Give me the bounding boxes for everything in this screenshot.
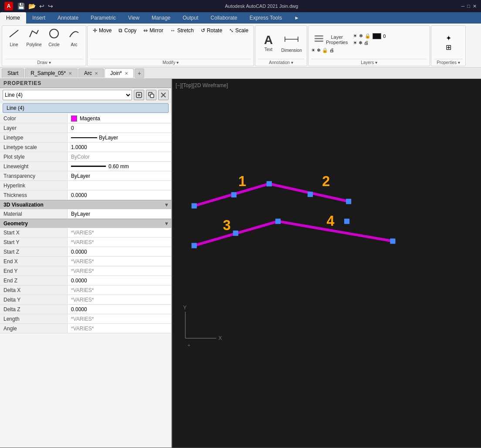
layer-value: 0 [71, 125, 74, 131]
tab-more[interactable]: ► [288, 12, 305, 24]
tab-insert[interactable]: Insert [26, 12, 51, 24]
endy-value: *VARIES* [71, 268, 94, 274]
dimension-label: Dimension [281, 48, 301, 53]
tab-arc[interactable]: Arc ✕ [78, 68, 104, 78]
title-bar: A 💾 📂 ↩ ↪ Autodesk AutoCAD 2021 Join.dwg… [0, 0, 481, 12]
handle-4a[interactable] [344, 219, 349, 224]
annotation-4: 4 [327, 213, 335, 229]
prop-row-linetype: Linetype ByLayer [0, 133, 171, 143]
stretch-icon: ↔ [170, 27, 176, 34]
handle-3c[interactable] [275, 219, 281, 224]
handle-3a[interactable] [192, 243, 197, 248]
layers-group-title: Layers ▾ [311, 59, 427, 65]
tab-output[interactable]: Output [176, 12, 204, 24]
rotate-button[interactable]: ↺ Rotate [198, 27, 225, 34]
redo-btn[interactable]: ↪ [48, 3, 53, 10]
select-objects-btn[interactable] [146, 90, 156, 100]
arc-button[interactable]: Arc [65, 27, 83, 48]
deselect-btn[interactable] [158, 90, 169, 100]
layer-color-box[interactable] [373, 33, 381, 39]
handle-2a[interactable] [346, 199, 351, 204]
tab-annotate[interactable]: Annotate [51, 12, 85, 24]
handle-1a[interactable] [192, 203, 197, 208]
quick-save[interactable]: 💾 [17, 3, 25, 10]
lineweight-value: 0.60 mm [108, 163, 129, 170]
match-props-icon[interactable]: ✦ [446, 34, 451, 42]
color-swatch [71, 115, 77, 122]
prop-row-deltaz: Delta Z 0.0000 [0, 305, 171, 314]
prop-row-endz: End Z 0.0000 [0, 276, 171, 285]
close-btn[interactable]: ✕ [473, 3, 477, 9]
arc-icon [68, 27, 80, 41]
tab-express-tools[interactable]: Express Tools [244, 12, 288, 24]
tab-start[interactable]: Start [2, 68, 24, 78]
tab-add-button[interactable]: + [135, 68, 144, 78]
ribbon-tabs: Home Insert Annotate Parametric View Man… [0, 12, 481, 24]
circle-button[interactable]: Circle [45, 27, 63, 48]
dropdown-selected-item[interactable]: Line (4) [3, 103, 169, 113]
polyline-label: Polyline [26, 42, 41, 47]
handle-2b[interactable] [308, 192, 313, 197]
tab-collaborate[interactable]: Collaborate [204, 12, 243, 24]
tab-parametric[interactable]: Parametric [85, 12, 122, 24]
tab-rsample-label: R_Sample_05* [30, 70, 66, 76]
geometry-toggle[interactable]: ▾ [165, 221, 168, 227]
layer-properties-icon [314, 34, 324, 45]
scale-icon: ⤡ [229, 27, 234, 34]
svg-rect-5 [315, 35, 323, 37]
move-button[interactable]: ✛ Move [90, 27, 114, 34]
scale-button[interactable]: ⤡ Scale [227, 27, 251, 34]
prop-icon-2[interactable]: ⊞ [446, 43, 451, 51]
tab-manage[interactable]: Manage [146, 12, 176, 24]
copy-icon: ⧉ [119, 27, 122, 34]
tab-view[interactable]: View [122, 12, 146, 24]
undo-btn[interactable]: ↩ [39, 3, 44, 10]
handle-3b[interactable] [233, 231, 238, 236]
handle-1c[interactable] [267, 181, 272, 187]
copy-button[interactable]: ⧉ Copy [116, 27, 139, 34]
prop-row-thickness: Thickness 0.0000 [0, 190, 171, 200]
text-label: Text [264, 47, 272, 52]
linetype-preview [71, 137, 97, 138]
minimize-btn[interactable]: ─ [461, 3, 465, 9]
tab-join-close[interactable]: ✕ [125, 71, 128, 76]
line-button[interactable]: Line [5, 27, 23, 48]
annotation-group: A Text Dimension Annotation ▾ [255, 25, 307, 66]
tab-home[interactable]: Home [0, 12, 26, 24]
deltaz-value: 0.0000 [71, 306, 87, 312]
polyline-button[interactable]: Polyline [25, 27, 43, 48]
quick-open[interactable]: 📂 [28, 3, 36, 10]
prop-row-lineweight: Lineweight 0.60 mm [0, 162, 171, 171]
text-button[interactable]: A Text [259, 33, 278, 53]
drawing-canvas[interactable]: 1 2 3 4 Y X + [172, 79, 481, 448]
dimension-button[interactable]: Dimension [280, 32, 303, 54]
tab-rsample-close[interactable]: ✕ [68, 71, 72, 76]
tab-join[interactable]: Join* ✕ [105, 68, 134, 78]
maximize-btn[interactable]: □ [467, 3, 470, 9]
starty-value: *VARIES* [71, 239, 94, 245]
properties-ribbon-group: ✦ ⊞ Properties ▾ [431, 25, 466, 66]
layer-lock-icon: 🔒 [365, 33, 371, 39]
angle-value: *VARIES* [71, 326, 94, 332]
annotation-1: 1 [238, 173, 246, 189]
handle-1b[interactable] [231, 192, 237, 197]
layer-properties-button[interactable]: LayerProperties [311, 33, 350, 46]
app-icon: A [4, 2, 13, 10]
prop-row-hyperlink: Hyperlink [0, 181, 171, 190]
polyline-icon [28, 27, 40, 41]
geometry-section-header[interactable]: Geometry ▾ [0, 219, 171, 228]
viz-section-header[interactable]: 3D Visualization ▾ [0, 200, 171, 209]
lineweight-preview [71, 166, 106, 167]
layer-more-icons: ☀ ❄ 🔒 🖨 [311, 48, 334, 53]
tab-arc-label: Arc [84, 70, 92, 76]
tab-arc-close[interactable]: ✕ [95, 71, 98, 76]
mirror-button[interactable]: ⇔ Mirror [141, 27, 166, 34]
stretch-button[interactable]: ↔ Stretch [168, 27, 196, 34]
viz-toggle[interactable]: ▾ [165, 202, 168, 208]
object-selector[interactable]: Line (4) [3, 90, 132, 100]
canvas-area[interactable]: [−][Top][2D Wireframe] [172, 79, 481, 448]
tab-rsample[interactable]: R_Sample_05* ✕ [25, 68, 78, 78]
arc-label: Arc [71, 42, 78, 47]
quick-select-btn[interactable] [134, 90, 144, 100]
handle-4b[interactable] [390, 238, 395, 244]
